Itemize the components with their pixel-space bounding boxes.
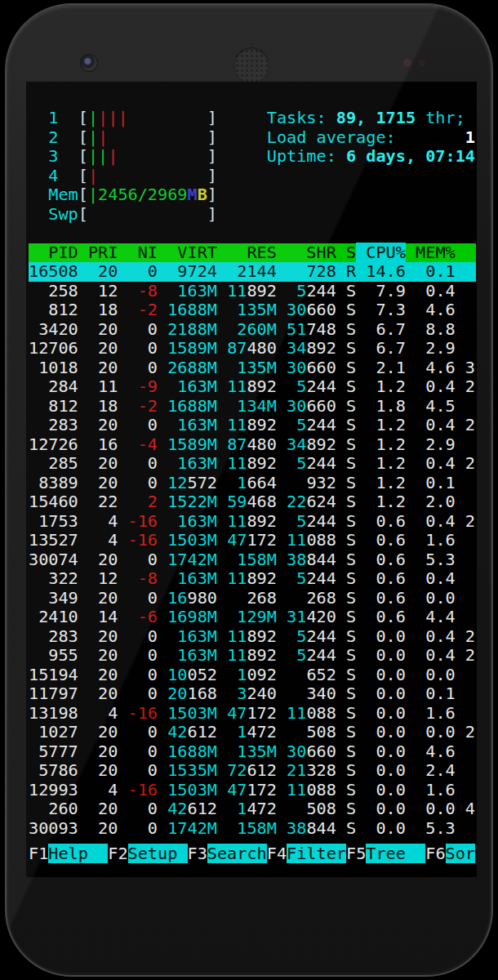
process-row[interactable]: 812 18 -2 1688M 135M 30660 S 7.3 4.6 bbox=[29, 301, 476, 320]
mem-value: 268 bbox=[247, 588, 276, 608]
pid-cell: 258 bbox=[29, 281, 78, 301]
mem-value: 1742M bbox=[167, 550, 217, 569]
mem-value-high: 5 bbox=[296, 415, 306, 434]
screenshot-stage: 1 [|||| ] Tasks: 89, 1715 thr; 2 [|| ] L… bbox=[0, 0, 498, 980]
cpu-cell: 0.6 bbox=[356, 588, 406, 608]
pid-cell: 12706 bbox=[29, 338, 78, 358]
uptime-label: Uptime: bbox=[267, 146, 346, 166]
mem-value: 268 bbox=[306, 588, 336, 608]
meter-bar: || bbox=[88, 146, 108, 166]
process-row[interactable]: 283 20 0 163M 11892 5244 S 0.0 0.4 2 bbox=[29, 627, 476, 647]
process-row[interactable]: 5777 20 0 1688M 135M 30660 S 0.0 4.6 bbox=[29, 742, 476, 762]
process-row[interactable]: 15194 20 0 10052 1092 652 S 0.0 0.0 bbox=[29, 666, 476, 685]
process-row[interactable]: 8389 20 0 12572 1664 932 S 1.2 0.1 bbox=[29, 474, 476, 493]
front-camera-icon bbox=[80, 54, 98, 72]
tasks-value: 89, 1715 bbox=[336, 108, 416, 127]
fkey-f2[interactable]: F2Setup bbox=[108, 844, 187, 863]
mem-value-low: 244 bbox=[306, 415, 336, 434]
cpu-cell: 0.0 bbox=[356, 684, 406, 703]
process-row[interactable]: 12993 4 -16 1503M 47172 11088 S 0.0 1.6 bbox=[29, 781, 476, 800]
process-row[interactable]: 2410 14 -6 1698M 129M 31420 S 0.6 4.4 bbox=[29, 608, 476, 627]
column-header-shr[interactable]: SHR bbox=[277, 243, 336, 262]
mem-value-high: 11 bbox=[227, 511, 247, 531]
pri-cell: 20 bbox=[78, 722, 118, 742]
process-row[interactable]: 284 11 -9 163M 11892 5244 S 1.2 0.4 2 bbox=[29, 377, 476, 397]
process-row[interactable]: 349 20 0 16980 268 268 S 0.6 0.0 bbox=[29, 589, 476, 608]
process-row[interactable]: 12726 16 -4 1589M 87480 34892 S 1.2 2.9 bbox=[29, 435, 476, 455]
mem-value-low: 244 bbox=[306, 645, 336, 665]
nice-cell: -16 bbox=[118, 530, 158, 550]
process-row[interactable]: 258 12 -8 163M 11892 5244 S 7.9 0.4 bbox=[29, 282, 476, 301]
time-cell-partial: 2 bbox=[456, 626, 475, 646]
mem-value-low: 612 bbox=[188, 799, 217, 818]
process-row[interactable]: 13198 4 -16 1503M 47172 11088 S 0.0 1.6 bbox=[29, 704, 476, 724]
pri-cell: 20 bbox=[78, 684, 118, 703]
process-row[interactable]: 1753 4 -16 163M 11892 5244 S 0.6 0.4 2 bbox=[29, 512, 476, 532]
process-row[interactable]: 3420 20 0 2188M 260M 51748 S 6.7 8.8 bbox=[29, 320, 476, 340]
pid-cell: 1018 bbox=[29, 358, 78, 377]
process-row[interactable]: 30093 20 0 1742M 158M 38844 S 0.0 5.3 bbox=[29, 819, 476, 839]
column-header-pid[interactable]: PID bbox=[29, 243, 78, 262]
mem-value: 163M bbox=[177, 281, 217, 301]
state-cell: S bbox=[336, 799, 356, 818]
state-cell: S bbox=[336, 722, 356, 742]
meter-bar: | bbox=[108, 146, 118, 166]
mem-cell: 0.0 bbox=[406, 799, 456, 818]
meter-bar: | bbox=[88, 185, 98, 204]
pid-cell: 15460 bbox=[29, 492, 78, 511]
process-row-selected[interactable]: 16508 20 0 9724 2144 728 R 14.6 0.1 bbox=[29, 262, 476, 282]
process-row[interactable]: 285 20 0 163M 11892 5244 S 1.2 0.4 2 bbox=[29, 454, 476, 474]
mem-value-low: 088 bbox=[306, 530, 336, 550]
process-row[interactable]: 955 20 0 163M 11892 5244 S 0.0 0.4 2 bbox=[29, 646, 476, 666]
process-row[interactable]: 5786 20 0 1535M 72612 21328 S 0.0 2.4 bbox=[29, 761, 476, 781]
state-cell: S bbox=[336, 434, 356, 454]
process-row[interactable]: 322 12 -8 163M 11892 5244 S 0.6 0.4 bbox=[29, 569, 476, 589]
column-header-s[interactable]: S bbox=[336, 243, 356, 262]
pri-cell: 20 bbox=[78, 358, 118, 377]
column-header-mem[interactable]: MEM% bbox=[406, 243, 456, 262]
fkey-f3[interactable]: F3Search bbox=[188, 844, 267, 863]
column-header-res[interactable]: RES bbox=[217, 243, 277, 262]
fkey-f6[interactable]: F6Sor bbox=[425, 844, 475, 863]
mem-value-low: 240 bbox=[247, 684, 276, 703]
meter-label: 4 bbox=[29, 166, 78, 185]
mem-value-high: 5 bbox=[296, 453, 306, 473]
mem-value-low: 144 bbox=[247, 261, 276, 281]
process-row[interactable]: 812 18 -2 1688M 134M 30660 S 1.8 4.5 bbox=[29, 397, 476, 416]
proximity-sensor-icon bbox=[403, 59, 411, 67]
process-row[interactable]: 12706 20 0 1589M 87480 34892 S 6.7 2.9 bbox=[29, 339, 476, 359]
process-row[interactable]: 283 20 0 163M 11892 5244 S 1.2 0.4 2 bbox=[29, 416, 476, 435]
process-row[interactable]: 13527 4 -16 1503M 47172 11088 S 0.6 1.6 bbox=[29, 531, 476, 550]
nice-cell: 0 bbox=[118, 722, 158, 742]
mem-value: 158M bbox=[237, 550, 277, 569]
fkey-f1[interactable]: F1Help bbox=[29, 844, 108, 863]
column-header-cpu[interactable]: CPU% bbox=[356, 243, 406, 262]
mem-cell: 0.4 bbox=[406, 626, 456, 646]
mem-cell: 5.3 bbox=[406, 550, 456, 569]
process-row[interactable]: 1018 20 0 2688M 135M 30660 S 2.1 4.6 3 bbox=[29, 359, 476, 378]
mem-value: 1742M bbox=[167, 818, 217, 838]
mem-value-low: 612 bbox=[188, 722, 217, 742]
column-header-virt[interactable]: VIRT bbox=[158, 243, 217, 262]
cpu-cell: 0.6 bbox=[356, 511, 406, 531]
nice-cell: 0 bbox=[118, 818, 158, 838]
column-header-pri[interactable]: PRI bbox=[78, 243, 118, 262]
fkey-f5[interactable]: F5Tree bbox=[346, 844, 425, 863]
mem-cell: 8.8 bbox=[406, 319, 456, 339]
process-row[interactable]: 11797 20 0 20168 3240 340 S 0.0 0.1 bbox=[29, 684, 476, 704]
process-row[interactable]: 30074 20 0 1742M 158M 38844 S 0.6 5.3 bbox=[29, 550, 476, 570]
cpu-cell: 7.3 bbox=[356, 300, 406, 319]
column-header-ni[interactable]: NI bbox=[118, 243, 158, 262]
mem-value: 134M bbox=[237, 396, 277, 416]
time-cell-partial: 2 bbox=[456, 722, 475, 742]
fkey-f4[interactable]: F4Filter bbox=[267, 844, 346, 863]
mem-value-low: 244 bbox=[306, 626, 336, 646]
state-cell: S bbox=[336, 473, 356, 492]
mem-value-high: 47 bbox=[227, 780, 247, 800]
mem-value: 163M bbox=[177, 568, 217, 588]
mem-value: 1589M bbox=[167, 434, 217, 454]
state-cell: S bbox=[336, 684, 356, 703]
process-row[interactable]: 15460 22 2 1522M 59468 22624 S 1.2 2.0 bbox=[29, 492, 476, 512]
process-row[interactable]: 1027 20 0 42612 1472 508 S 0.0 0.0 2 bbox=[29, 723, 476, 742]
process-row[interactable]: 260 20 0 42612 1472 508 S 0.0 0.0 4 bbox=[29, 800, 476, 819]
